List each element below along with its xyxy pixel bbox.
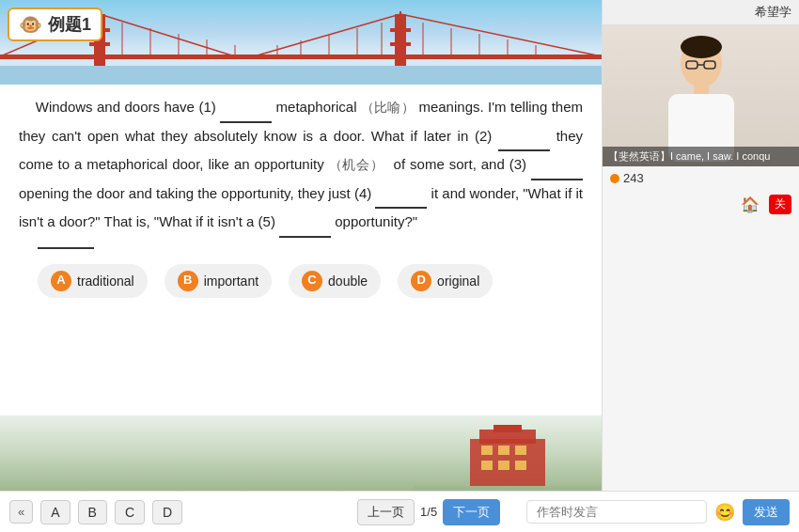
option-b-text: important: [204, 269, 258, 294]
example-label: 🐵 例题1: [8, 8, 102, 41]
slide-inner: 🐵 例题1 Windows and doors have (1) metapho…: [0, 0, 602, 491]
option-c[interactable]: C double: [289, 264, 381, 299]
svg-rect-9: [390, 42, 411, 46]
question-text: Windows and doors have (1) metaphorical …: [19, 94, 583, 238]
viewer-number: 243: [623, 171, 644, 185]
nav-d-button[interactable]: D: [152, 500, 182, 524]
double-arrow-button[interactable]: «: [9, 500, 33, 524]
bottom-image-bar: [0, 415, 602, 491]
page-controls: 上一页 1/5 下一页: [357, 499, 500, 525]
svg-rect-5: [89, 42, 110, 46]
blank-1: [220, 94, 272, 123]
blank-4: [375, 180, 427, 210]
bottom-nav: « A B C D 上一页 1/5 下一页 😊 发送: [0, 491, 799, 532]
option-d-letter: D: [411, 271, 431, 291]
blank-5: [279, 209, 331, 238]
teacher-video: [603, 25, 799, 166]
svg-rect-0: [0, 66, 602, 85]
svg-point-40: [681, 36, 722, 58]
teacher-silhouette: [645, 30, 758, 162]
monkey-icon: 🐵: [19, 13, 42, 36]
svg-rect-33: [498, 446, 509, 455]
nav-b-button[interactable]: B: [78, 500, 107, 524]
blank-3: [531, 151, 583, 180]
example-label-text: 例题1: [48, 13, 91, 36]
options-row: A traditional B important C double D: [19, 258, 583, 308]
question-area: Windows and doors have (1) metaphorical …: [0, 85, 602, 415]
home-icon[interactable]: 🏠: [741, 196, 760, 213]
option-d[interactable]: D original: [398, 264, 493, 299]
nav-a-button[interactable]: A: [40, 500, 70, 524]
slide-banner: 🐵 例题1: [0, 0, 602, 85]
svg-rect-35: [481, 461, 493, 470]
svg-rect-32: [481, 446, 493, 455]
svg-rect-31: [494, 425, 522, 432]
blank-2: [498, 123, 550, 152]
right-actions: 🏠 关: [603, 190, 799, 219]
live-dot: [610, 174, 619, 183]
svg-rect-8: [390, 28, 411, 32]
svg-rect-38: [414, 486, 602, 491]
option-a-letter: A: [51, 271, 71, 291]
answer-input[interactable]: [526, 500, 707, 524]
option-a[interactable]: A traditional: [38, 264, 148, 299]
content-panel: 🐵 例题1 Windows and doors have (1) metapho…: [0, 0, 602, 491]
option-a-text: traditional: [77, 269, 134, 294]
answer-blank-line: [38, 247, 94, 249]
page-number: 1/5: [420, 505, 437, 519]
option-c-text: double: [328, 269, 368, 294]
svg-line-11: [100, 14, 235, 56]
svg-line-13: [400, 14, 602, 56]
send-button[interactable]: 发送: [743, 499, 790, 525]
close-button[interactable]: 关: [769, 195, 791, 214]
option-b[interactable]: B important: [164, 264, 272, 299]
right-panel: 希望学 【: [602, 0, 799, 491]
svg-rect-34: [515, 446, 526, 455]
emoji-button[interactable]: 😊: [714, 502, 735, 523]
webcam-area: 【斐然英语】I came, I saw. I conqu: [603, 25, 799, 166]
viewer-count: 243: [603, 166, 799, 190]
svg-rect-6: [395, 14, 406, 66]
slide-area: 🐵 例题1 Windows and doors have (1) metapho…: [0, 0, 602, 491]
svg-rect-7: [400, 11, 401, 19]
next-page-button[interactable]: 下一页: [443, 499, 500, 525]
option-b-letter: B: [178, 271, 198, 291]
user-header: 希望学: [603, 0, 799, 25]
prev-page-button[interactable]: 上一页: [357, 499, 415, 525]
svg-rect-37: [515, 461, 526, 470]
username: 希望学: [755, 4, 791, 21]
teacher-label: 【斐然英语】I came, I saw. I conqu: [603, 147, 799, 166]
option-c-letter: C: [302, 271, 322, 291]
nav-c-button[interactable]: C: [115, 500, 145, 524]
building-icon: [414, 425, 602, 491]
option-d-text: original: [437, 269, 479, 294]
svg-line-12: [254, 14, 400, 56]
svg-rect-36: [498, 461, 509, 470]
